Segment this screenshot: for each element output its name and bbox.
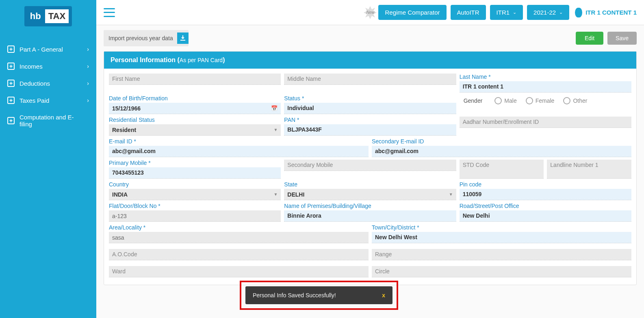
regime-comparator-button[interactable]: Regime Comparator — [378, 5, 446, 20]
ward-field[interactable]: Ward — [109, 266, 369, 277]
landline-field[interactable]: Landline Number 1 — [547, 160, 631, 179]
premises-label: Name of Premises/Building/Village — [284, 203, 456, 209]
town-label: Town/City/District * — [372, 224, 631, 231]
toast-message: Personal Info Saved Succesfully! — [253, 292, 336, 299]
country-label: Country — [109, 181, 281, 188]
chevron-right-icon: › — [87, 97, 89, 104]
sidebar-item-part-a[interactable]: + Part A - General › — [0, 41, 96, 58]
chevron-right-icon: › — [87, 63, 89, 69]
sidebar-item-taxes-paid[interactable]: + Taxes Paid › — [0, 92, 96, 109]
logo-hb: hb — [28, 9, 43, 23]
radio-icon — [494, 97, 502, 104]
chevron-down-icon: ▼ — [273, 192, 278, 197]
plus-icon: + — [7, 63, 15, 70]
pan-label: PAN * — [284, 117, 456, 123]
gender-male-radio[interactable]: Male — [494, 97, 516, 104]
close-icon[interactable]: x — [382, 292, 385, 299]
state-label: State — [284, 181, 456, 188]
chevron-right-icon: › — [87, 46, 89, 52]
status-field[interactable]: Individual — [284, 103, 456, 114]
area-label: Area/Locality * — [109, 224, 369, 231]
ao-code-field[interactable]: A.O.Code — [109, 249, 369, 260]
gender-label: Gender — [464, 97, 483, 104]
calendar-icon: 📅 — [271, 105, 278, 111]
aadhar-field[interactable]: Aadhar Number/Enrollment ID — [460, 117, 631, 128]
import-previous-year[interactable]: Import previous year data — [104, 30, 189, 46]
road-field[interactable]: New Delhi — [460, 210, 631, 222]
sidebar-item-incomes[interactable]: + Incomes › — [0, 58, 96, 75]
sidebar-item-label: Deductions — [20, 80, 89, 87]
main: New Regime Comparator AutoITR ITR1⌄ 2021… — [96, 0, 644, 318]
content: Import previous year data Edit Save Pers… — [96, 25, 644, 318]
circle-field[interactable]: Circle — [372, 266, 631, 277]
plus-icon: + — [7, 97, 15, 104]
res-status-label: Residential Status — [109, 117, 281, 123]
sidebar-item-deductions[interactable]: + Deductions › — [0, 75, 96, 92]
dob-field[interactable]: 15/12/1966📅 — [109, 103, 281, 114]
logo: hb TAX — [0, 0, 96, 32]
avatar-icon — [575, 8, 582, 17]
sec-email-label: Secondary E-mail ID — [372, 138, 631, 145]
middle-name-field[interactable]: Middle Name — [284, 74, 456, 85]
chevron-down-icon: ▼ — [273, 128, 278, 132]
country-select[interactable]: INDIA▼ — [109, 189, 281, 200]
save-button[interactable]: Save — [607, 32, 637, 45]
state-select[interactable]: DELHI▼ — [284, 189, 456, 200]
form: First Name Middle Name Last Name * ITR 1… — [104, 69, 636, 285]
user-name: ITR 1 CONTENT 1 — [585, 9, 637, 16]
sidebar-item-label: Part A - General — [20, 46, 89, 53]
pan-field[interactable]: BLJPA3443F — [284, 124, 456, 136]
action-bar: Import previous year data Edit Save — [104, 30, 637, 46]
chevron-down-icon: ▼ — [449, 192, 453, 197]
flat-label: Flat/Door/Block No * — [109, 203, 281, 209]
std-code-field[interactable]: STD Code — [460, 160, 544, 179]
download-icon — [177, 32, 189, 44]
year-dropdown[interactable]: 2021-22⌄ — [527, 5, 569, 20]
sec-email-field[interactable]: abc@gmail.com — [372, 146, 631, 157]
hamburger-icon[interactable] — [104, 8, 115, 17]
email-field[interactable]: abc@gmail.com — [109, 146, 369, 157]
town-field[interactable]: New Delhi West — [372, 232, 631, 243]
logo-tax: TAX — [45, 9, 69, 23]
gender-group: Gender Male Female Other — [460, 95, 631, 106]
edit-button[interactable]: Edit — [576, 32, 603, 45]
plus-icon: + — [7, 117, 15, 124]
sec-mobile-field[interactable]: Secondary Mobile — [284, 160, 456, 171]
plus-icon: + — [7, 80, 15, 87]
user-badge[interactable]: ITR 1 CONTENT 1 — [575, 8, 637, 17]
sidebar-item-label: Computation and E-filing — [20, 114, 89, 128]
gender-other-radio[interactable]: Other — [563, 97, 587, 104]
radio-icon — [563, 97, 570, 104]
range-field[interactable]: Range — [372, 249, 631, 260]
autoitr-button[interactable]: AutoITR — [451, 5, 486, 20]
sidebar-item-label: Incomes — [20, 63, 89, 70]
flat-field[interactable]: a-123 — [109, 210, 281, 222]
last-name-field[interactable]: ITR 1 content 1 — [460, 81, 631, 93]
area-field[interactable]: sasa — [109, 232, 369, 243]
sidebar: hb TAX + Part A - General › + Incomes › … — [0, 0, 96, 318]
import-label: Import previous year data — [108, 35, 173, 41]
panel-header: Personal Information (As per PAN Card) — [104, 52, 636, 69]
chevron-down-icon: ⌄ — [559, 10, 563, 15]
personal-info-panel: Personal Information (As per PAN Card) F… — [104, 51, 637, 285]
res-status-select[interactable]: Resident▼ — [109, 124, 281, 136]
status-label: Status * — [284, 95, 456, 102]
new-badge: New — [363, 5, 377, 20]
topbar: New Regime Comparator AutoITR ITR1⌄ 2021… — [96, 0, 644, 25]
chevron-down-icon: ⌄ — [513, 10, 516, 15]
sidebar-item-label: Taxes Paid — [20, 97, 89, 104]
road-label: Road/Street/Post Office — [460, 203, 631, 209]
itr-dropdown[interactable]: ITR1⌄ — [490, 5, 523, 20]
first-name-field[interactable]: First Name — [109, 74, 281, 85]
pin-label: Pin code — [460, 181, 631, 188]
radio-icon — [526, 97, 533, 104]
last-name-label: Last Name * — [460, 74, 631, 80]
gender-female-radio[interactable]: Female — [526, 97, 555, 104]
chevron-right-icon: › — [87, 80, 89, 87]
pin-field[interactable]: 110059 — [460, 189, 631, 200]
email-label: E-mail ID * — [109, 138, 369, 145]
pri-mobile-field[interactable]: 7043455123 — [109, 167, 281, 179]
premises-field[interactable]: Binnie Arora — [284, 210, 456, 222]
plus-icon: + — [7, 45, 15, 53]
sidebar-item-computation[interactable]: + Computation and E-filing — [0, 109, 96, 132]
